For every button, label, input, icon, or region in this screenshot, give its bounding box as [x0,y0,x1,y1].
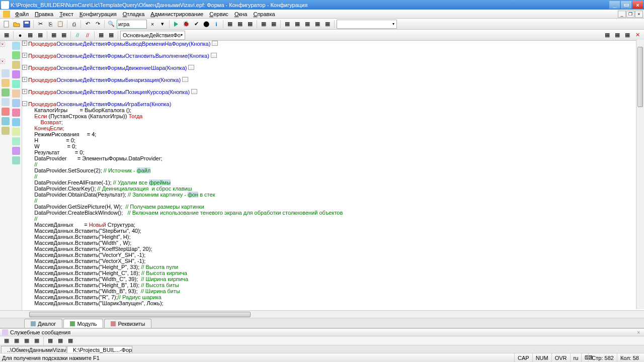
msg-tool-e[interactable]: ▦ [46,336,55,345]
ellipsis-icon[interactable]: ... [188,65,194,70]
fold-icon[interactable]: − [22,101,27,106]
msg-tool-a[interactable]: ▦ [2,336,11,345]
print-icon[interactable]: ⎙ [69,20,78,29]
tb-icon-f[interactable]: ▦ [283,20,292,29]
debug-icon[interactable]: 🐞 [182,20,191,29]
tb2-icon-f[interactable]: ▦ [107,31,116,40]
tb-icon-b[interactable]: ▦ [235,20,245,29]
gutter-icon[interactable] [12,61,20,69]
msg-tool-g[interactable]: ▦ [66,336,75,345]
tb2-icon-e[interactable]: ▦ [97,31,106,40]
redo-icon[interactable]: ↷ [93,20,102,29]
gutter-icon[interactable] [12,42,20,50]
close-button[interactable]: × [632,1,643,9]
fold-icon[interactable]: + [22,77,27,82]
comment-icon[interactable]: // [73,31,82,40]
stop-icon[interactable]: ⬤ [202,20,211,29]
maximize-button[interactable]: ▭ [621,1,631,9]
gutter-icon[interactable] [2,108,10,116]
tb2-right-a[interactable]: ▦ [603,31,612,40]
tb2-icon-b[interactable]: ▦ [36,31,45,40]
tb-icon-a[interactable]: ▦ [225,20,234,29]
tb-icon-h[interactable]: ▦ [303,20,312,29]
procedures-combo[interactable]: ОсновныеДействияФо▾ [120,31,185,40]
gutter-icon[interactable] [12,109,20,117]
messages-close[interactable]: × [635,330,642,335]
gutter-icon[interactable] [2,79,10,87]
syntax-check-icon[interactable]: ✔ [192,20,201,29]
gutter-close-1[interactable]: × [0,42,5,47]
gutter-icon[interactable] [2,88,10,97]
fold-icon[interactable]: + [22,89,27,94]
save-icon[interactable] [22,20,31,29]
bookmark-icon[interactable]: ▦ [2,31,11,40]
msg-tool-c[interactable]: ▦ [22,336,31,345]
new-icon[interactable] [2,20,11,29]
fold-icon[interactable]: + [22,65,27,70]
ellipsis-icon[interactable]: ... [211,53,217,58]
search-input[interactable] [117,20,147,29]
undo-icon[interactable]: ↶ [83,20,92,29]
search-dd-icon[interactable]: ▾ [158,20,167,29]
menu-file[interactable]: Файл [12,10,32,18]
gutter-icon[interactable] [12,147,20,155]
gutter-icon[interactable] [12,80,20,88]
find-icon[interactable]: 🔍 [107,20,116,29]
fold-icon[interactable]: + [22,41,27,46]
msg-tool-d[interactable]: ▦ [32,336,41,345]
open-icon[interactable] [12,20,21,29]
gutter-icon[interactable] [12,89,20,98]
gutter-icon[interactable] [12,137,20,145]
tb2-icon-d[interactable]: ▦ [59,31,68,40]
paste-icon[interactable]: 📋 [56,20,65,29]
mdi-restore[interactable]: ❐ [626,11,634,18]
menu-config[interactable]: Конфигурация [76,10,120,18]
mdi-close[interactable]: × [635,11,643,18]
gutter-icon[interactable] [2,127,10,135]
tb2-right-d[interactable]: ✕ [633,31,642,40]
menu-windows[interactable]: Окна [231,10,251,18]
code-editor[interactable]: +Процедура ОсновныеДействияФормыВыводВре… [22,41,644,310]
gutter-close-2[interactable]: × [0,59,5,64]
horizontal-scrollbar[interactable] [0,310,644,318]
cut-icon[interactable]: ✂ [36,20,45,29]
tb2-icon-c[interactable]: ▦ [49,31,58,40]
copy-icon[interactable]: ⎘ [46,20,55,29]
search-clear-icon[interactable]: × [148,20,157,29]
mdi-minimize[interactable]: _ [618,11,626,18]
menu-debug[interactable]: Отладка [120,10,148,18]
tb-icon-e[interactable]: ▦ [269,20,278,29]
minimize-button[interactable]: _ [609,1,620,9]
menu-service[interactable]: Сервис [206,10,231,18]
tb2-right-b[interactable]: ▦ [613,31,622,40]
uncomment-icon[interactable]: // [83,31,92,40]
tab-requisites[interactable]: Реквизиты [104,319,151,328]
gutter-icon[interactable] [12,128,20,136]
tb-icon-i[interactable]: ▦ [313,20,322,29]
vertical-scrollbar[interactable] [636,40,644,309]
breakpoint-icon[interactable]: ● [16,31,25,40]
ellipsis-icon[interactable]: ... [191,89,197,94]
menu-text[interactable]: Текст [56,10,76,18]
menu-edit[interactable]: Правка [32,10,56,18]
tb-icon-d[interactable]: ▦ [259,20,268,29]
menu-help[interactable]: Справка [250,10,278,18]
fold-icon[interactable]: + [22,53,27,58]
gutter-icon[interactable] [12,51,20,59]
tb2-icon-a[interactable]: ▦ [26,31,35,40]
tb2-right-c[interactable]: ▦ [623,31,632,40]
toolbar-combo-empty[interactable]: ▾ [337,20,397,29]
ellipsis-icon[interactable]: ... [212,41,218,46]
gutter-icon[interactable] [12,156,20,164]
msg-tool-f[interactable]: ▦ [56,336,65,345]
menu-admin[interactable]: Администрирование [147,10,206,18]
gutter-icon[interactable] [12,99,20,107]
gutter-icon[interactable] [2,117,10,125]
gutter-icon[interactable] [12,118,20,126]
tab-module[interactable]: Модуль [63,319,103,328]
tb-icon-c[interactable]: ▦ [246,20,255,29]
tb-icon-g[interactable]: ▦ [293,20,302,29]
run-icon[interactable] [172,20,181,29]
help-icon[interactable]: i [212,20,221,29]
gutter-icon[interactable] [2,69,10,77]
